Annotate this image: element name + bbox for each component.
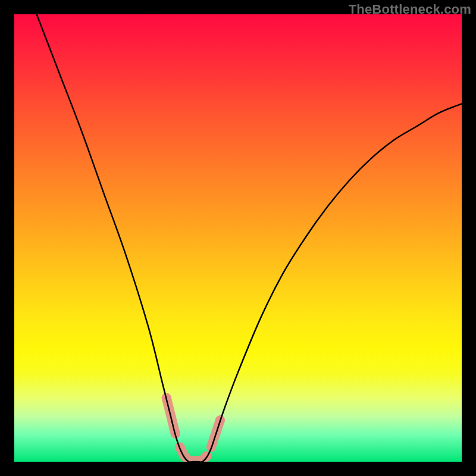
highlight-markers xyxy=(162,393,225,461)
chart-frame: TheBottleneck.com xyxy=(0,0,476,476)
bottleneck-curve xyxy=(37,14,462,462)
curve-layer xyxy=(14,14,462,462)
plot-area xyxy=(14,14,462,462)
